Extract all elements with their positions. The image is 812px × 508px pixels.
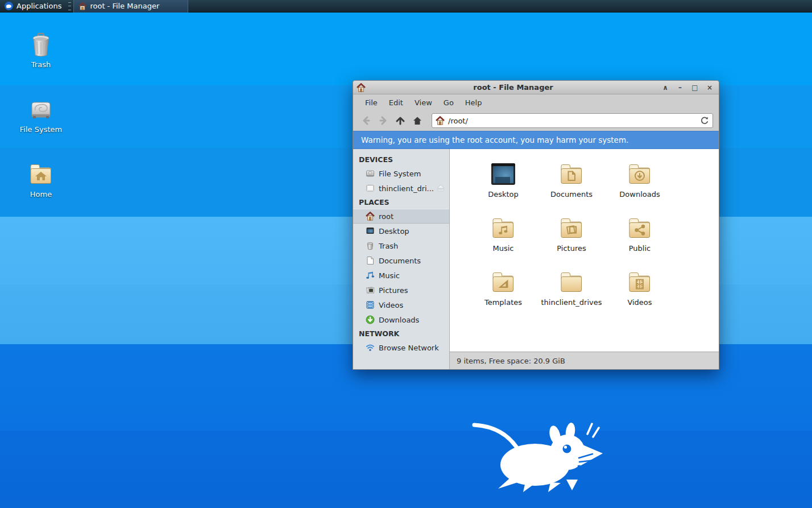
maximize-button[interactable]: □: [690, 83, 699, 92]
menu-edit[interactable]: Edit: [384, 97, 408, 109]
document-icon: [366, 256, 375, 265]
menu-help[interactable]: Help: [460, 97, 487, 109]
sidebar-item-label: Pictures: [379, 286, 408, 295]
file-label: Videos: [627, 299, 652, 307]
desktop-icon-label: File System: [14, 125, 68, 134]
file-downloads[interactable]: Downloads: [606, 155, 674, 209]
file-pictures[interactable]: Pictures: [537, 209, 606, 263]
taskbar-window-label: root - File Manager: [90, 2, 159, 10]
menu-file[interactable]: File: [360, 97, 383, 109]
path-bar[interactable]: /root/: [432, 113, 713, 128]
file-desktop[interactable]: Desktop: [469, 155, 537, 209]
sidebar-item-music[interactable]: Music: [353, 268, 449, 283]
back-button[interactable]: [359, 113, 374, 128]
drive-white-icon: [366, 184, 375, 193]
window-title: root - File Manager: [366, 83, 661, 92]
file-label: Downloads: [619, 191, 660, 199]
home-nav-icon: [412, 115, 422, 126]
sidebar-item-thinclient-drives[interactable]: thinclient_dri...: [353, 181, 449, 196]
path-home-icon: [436, 116, 445, 125]
sidebar-item-videos[interactable]: Videos: [353, 298, 449, 312]
sidebar-item-file-system[interactable]: File System: [353, 166, 449, 181]
sidebar-item-label: Trash: [379, 242, 398, 250]
sidebar-item-label: Documents: [379, 257, 421, 265]
sidebar-item-pictures[interactable]: Pictures: [353, 283, 449, 298]
sidebar-item-label: Downloads: [379, 316, 419, 324]
warning-text: Warning, you are using the root account,…: [361, 135, 628, 144]
trash-icon: [27, 31, 55, 58]
sidebar-item-root[interactable]: root: [353, 209, 449, 224]
sidebar-item-documents[interactable]: Documents: [353, 253, 449, 268]
folder-plain-icon: [558, 269, 585, 296]
folder-music-icon: [490, 214, 517, 242]
downloads-icon: [366, 315, 375, 324]
sidebar-header-places: PLACES: [353, 196, 449, 209]
file-music[interactable]: Music: [469, 209, 537, 263]
desktop-icon: [366, 226, 375, 236]
file-grid: Desktop Documents: [450, 149, 719, 352]
eject-icon[interactable]: [437, 184, 445, 192]
sidebar-item-label: Music: [379, 271, 400, 280]
sidebar-header-devices: DEVICES: [353, 153, 449, 166]
music-icon: [366, 271, 375, 280]
folder-templates-icon: [490, 269, 517, 296]
menu-go[interactable]: Go: [438, 97, 459, 109]
home-icon: [78, 2, 86, 10]
folder-videos-icon: [626, 269, 653, 296]
titlebar[interactable]: root - File Manager ∧ – □ ×: [353, 81, 719, 94]
top-panel: Applications root - File Manager: [0, 0, 812, 13]
sidebar-item-label: root: [379, 212, 393, 221]
sidebar-item-label: File System: [379, 170, 421, 178]
file-thinclient-drives[interactable]: thinclient_drives: [537, 263, 606, 317]
xubuntu-logo-icon: [5, 2, 13, 10]
menubar: File Edit View Go Help: [353, 94, 719, 110]
reload-icon[interactable]: [700, 116, 709, 125]
desktop-icon-trash[interactable]: Trash: [14, 31, 68, 69]
forward-button[interactable]: [376, 113, 391, 128]
folder-download-icon: [626, 160, 653, 188]
file-documents[interactable]: Documents: [537, 155, 606, 209]
pictures-icon: [366, 286, 375, 295]
desktop-icon-label: Home: [14, 190, 68, 199]
desktop-icon-file-system[interactable]: File System: [14, 96, 68, 134]
sidebar-item-browse-network[interactable]: Browse Network: [353, 340, 449, 355]
sidebar-item-label: Browse Network: [379, 344, 439, 352]
file-label: Public: [629, 245, 651, 253]
file-label: Desktop: [488, 191, 519, 199]
file-label: Templates: [484, 299, 522, 307]
sidebar-item-trash[interactable]: Trash: [353, 238, 449, 253]
tasklist-handle[interactable]: [68, 2, 72, 10]
folder-share-icon: [626, 214, 653, 242]
path-text[interactable]: /root/: [448, 117, 697, 125]
menu-view[interactable]: View: [409, 97, 437, 109]
file-videos[interactable]: Videos: [606, 263, 674, 317]
desktop[interactable]: Trash File System Home Applications: [0, 0, 812, 508]
home-button[interactable]: [410, 113, 425, 128]
file-public[interactable]: Public: [606, 209, 674, 263]
sidebar-item-label: Videos: [379, 301, 403, 309]
applications-menu-button[interactable]: Applications: [0, 0, 66, 13]
minimize-button[interactable]: –: [676, 83, 685, 92]
xfce-mouse-logo: [470, 418, 606, 492]
sidebar-header-network: NETWORK: [353, 327, 449, 340]
desktop-icon-home[interactable]: Home: [14, 160, 68, 199]
status-bar: 9 items, Free space: 20.9 GiB: [450, 352, 719, 369]
up-arrow-icon: [395, 115, 405, 126]
root-warning-banner: Warning, you are using the root account,…: [353, 131, 719, 149]
shade-button[interactable]: ∧: [661, 83, 670, 92]
home-folder-icon: [27, 160, 55, 188]
sidebar-item-downloads[interactable]: Downloads: [353, 312, 449, 327]
taskbar-window-button[interactable]: root - File Manager: [73, 0, 188, 13]
home-icon: [366, 212, 375, 221]
up-button[interactable]: [393, 113, 408, 128]
sidebar-item-desktop[interactable]: Desktop: [353, 224, 449, 238]
file-label: Music: [493, 245, 514, 253]
window-home-icon: [357, 83, 366, 92]
file-templates[interactable]: Templates: [469, 263, 537, 317]
close-button[interactable]: ×: [705, 83, 714, 92]
drive-icon: [27, 96, 55, 123]
videos-icon: [366, 300, 375, 309]
file-label: Pictures: [557, 245, 586, 253]
drive-icon: [366, 169, 375, 178]
folder-pictures-icon: [558, 214, 585, 242]
